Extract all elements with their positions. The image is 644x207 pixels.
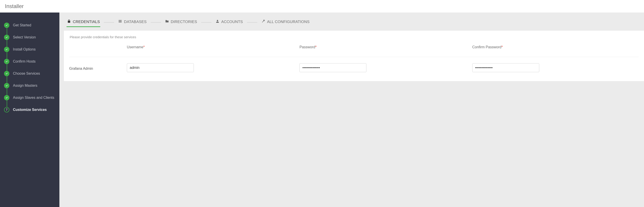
tab-label: CREDENTIALS bbox=[73, 20, 100, 24]
tab-label: ALL CONFIGURATIONS bbox=[267, 20, 310, 24]
credentials-panel: Please provide credentials for these ser… bbox=[64, 31, 644, 81]
step-confirm-hosts[interactable]: Confirm Hosts bbox=[4, 55, 56, 68]
tab-accounts[interactable]: ACCOUNTS bbox=[215, 18, 244, 27]
step-install-options[interactable]: Install Options bbox=[4, 43, 56, 55]
step-number: 7 bbox=[6, 108, 8, 111]
column-header-username: Username* bbox=[127, 45, 293, 51]
step-label: Get Started bbox=[13, 23, 31, 27]
list-icon bbox=[118, 19, 122, 24]
credentials-grid: Username* Password* Confirm Password* Gr… bbox=[69, 45, 639, 72]
tab-separator bbox=[247, 22, 257, 23]
step-label: Choose Services bbox=[13, 72, 40, 76]
folder-icon bbox=[165, 19, 169, 24]
step-customize-services[interactable]: 7 Customize Services bbox=[4, 104, 56, 116]
required-marker: * bbox=[315, 45, 317, 49]
required-marker: * bbox=[501, 45, 503, 49]
grid-divider bbox=[69, 57, 639, 57]
step-label: Select Version bbox=[13, 35, 36, 39]
step-label: Confirm Hosts bbox=[13, 60, 36, 64]
step-get-started[interactable]: Get Started bbox=[4, 19, 56, 31]
tab-separator bbox=[151, 22, 161, 23]
service-name-label: Grafana Admin bbox=[69, 65, 120, 71]
wrench-icon bbox=[261, 19, 265, 24]
tab-all-configurations[interactable]: ALL CONFIGURATIONS bbox=[261, 18, 310, 27]
lock-icon bbox=[67, 19, 71, 24]
tab-label: ACCOUNTS bbox=[221, 20, 243, 24]
page-title: Installer bbox=[0, 0, 644, 13]
step-label: Assign Masters bbox=[13, 84, 37, 88]
tab-separator bbox=[201, 22, 212, 23]
column-header-password: Password* bbox=[300, 45, 466, 51]
column-header-confirm-password: Confirm Password* bbox=[472, 45, 639, 51]
required-marker: * bbox=[143, 45, 145, 49]
confirm-password-input[interactable] bbox=[472, 63, 539, 72]
check-icon bbox=[4, 47, 10, 52]
step-assign-slaves-clients[interactable]: Assign Slaves and Clients bbox=[4, 92, 56, 104]
check-icon bbox=[4, 23, 10, 28]
tab-label: DATABASES bbox=[124, 20, 146, 24]
check-icon bbox=[4, 71, 10, 76]
step-label: Install Options bbox=[13, 47, 36, 51]
step-number-icon: 7 bbox=[4, 107, 10, 112]
check-icon bbox=[4, 95, 10, 100]
check-icon bbox=[4, 35, 10, 40]
config-tabs: CREDENTIALS DATABASES DIRECTORIES bbox=[60, 18, 644, 31]
tab-databases[interactable]: DATABASES bbox=[118, 18, 147, 27]
check-icon bbox=[4, 83, 10, 88]
check-icon bbox=[4, 59, 10, 64]
tab-separator bbox=[104, 22, 114, 23]
step-assign-masters[interactable]: Assign Masters bbox=[4, 80, 56, 92]
tab-label: DIRECTORIES bbox=[171, 20, 197, 24]
wizard-sidebar: Get Started Select Version Install Optio… bbox=[0, 13, 60, 207]
step-choose-services[interactable]: Choose Services bbox=[4, 68, 56, 80]
instruction-text: Please provide credentials for these ser… bbox=[69, 35, 639, 39]
tab-directories[interactable]: DIRECTORIES bbox=[164, 18, 198, 27]
step-label: Customize Services bbox=[13, 108, 47, 112]
tab-credentials[interactable]: CREDENTIALS bbox=[66, 18, 100, 27]
step-select-version[interactable]: Select Version bbox=[4, 31, 56, 43]
password-input[interactable] bbox=[300, 63, 366, 72]
step-label: Assign Slaves and Clients bbox=[13, 96, 54, 100]
main-content: CREDENTIALS DATABASES DIRECTORIES bbox=[60, 13, 644, 207]
user-icon bbox=[216, 19, 220, 24]
username-input[interactable] bbox=[127, 63, 194, 72]
